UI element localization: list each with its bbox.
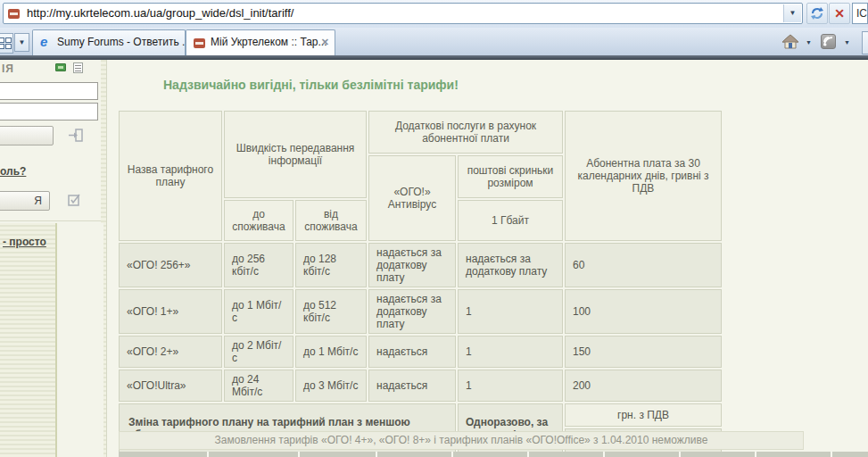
rss-icon bbox=[822, 35, 835, 48]
ukrtelecom-favicon-icon bbox=[8, 9, 20, 19]
url-text[interactable]: http://my.ukrtelecom.ua/ua/group_wide/ds… bbox=[27, 4, 293, 23]
speed-up: до 3 Мбіт/с bbox=[295, 370, 367, 402]
header-name: Назва тарифного плану bbox=[119, 111, 222, 241]
header-extra-services: Додаткові послуги в рахунок абонентної п… bbox=[368, 111, 563, 154]
home-icon bbox=[781, 34, 799, 50]
browser-window: http://my.ukrtelecom.ua/ua/group_wide/ds… bbox=[0, 0, 868, 457]
list-icon bbox=[73, 62, 83, 73]
speed-up: до 512 кбіт/с bbox=[295, 289, 367, 334]
tab-ukrtelecom[interactable]: Мій Укртелеком :: Тар... ✕ bbox=[186, 29, 335, 55]
register-check-icon bbox=[68, 194, 81, 210]
antivirus: надається за додаткову плату bbox=[368, 243, 456, 287]
tab-title: Мій Укртелеком :: Тар... bbox=[211, 30, 327, 54]
change-plan-unit: грн. з ПДВ bbox=[565, 403, 722, 427]
header-antivirus: «ОГО!» Антивірус bbox=[368, 155, 456, 241]
toolbar-edge-button[interactable] bbox=[862, 31, 868, 54]
table-row: «ОГО! 2+» до 2 Мбіт/с до 1 Мбіт/с надаєт… bbox=[119, 336, 722, 368]
speed-down: до 256 кбіт/с bbox=[224, 243, 293, 287]
fee: 100 bbox=[565, 289, 722, 334]
plan-name: «ОГО! 256+» bbox=[119, 243, 222, 287]
speed-up: до 1 Мбіт/с bbox=[295, 336, 367, 368]
forgot-password-link[interactable]: оль? bbox=[0, 165, 26, 178]
table-row: «ОГО! 256+» до 256 кбіт/с до 128 кбіт/с … bbox=[119, 243, 722, 287]
plan-name: «ОГО! 1+» bbox=[119, 289, 222, 334]
browser-toolbar: http://my.ukrtelecom.ua/ua/group_wide/ds… bbox=[0, 0, 868, 29]
cutoff-table-strip bbox=[119, 452, 868, 457]
search-box[interactable]: IC bbox=[852, 3, 868, 24]
quick-tabs-icon bbox=[0, 37, 11, 48]
page-title: Надзвичайно вигідні, тільки безлімітні т… bbox=[163, 78, 459, 92]
address-dropdown-button[interactable]: ▼ bbox=[783, 4, 801, 22]
tab-list-dropdown-button[interactable]: ▼ bbox=[14, 33, 29, 52]
antivirus: надається bbox=[368, 336, 456, 368]
header-speed: Швидкість передавання інформації bbox=[224, 111, 367, 198]
mailbox: 1 bbox=[458, 336, 563, 368]
tariff-table: Назва тарифного плану Швидкість передава… bbox=[117, 109, 723, 454]
login-heading: ІЯ bbox=[2, 62, 14, 75]
password-input[interactable] bbox=[0, 103, 98, 120]
quick-tabs-button[interactable] bbox=[0, 33, 13, 54]
feeds-dropdown-icon[interactable]: ▼ bbox=[844, 39, 850, 46]
register-button[interactable]: Я bbox=[0, 191, 50, 211]
header-mailbox-size: 1 Гбайт bbox=[458, 200, 563, 241]
table-row: «ОГО! 1+» до 1 Мбіт/с до 512 кбіт/с нада… bbox=[119, 289, 722, 334]
plan-name: «ОГО! 2+» bbox=[119, 336, 222, 368]
internet-explorer-icon: e bbox=[40, 34, 47, 49]
refresh-button[interactable] bbox=[806, 3, 828, 24]
table-row: «ОГО!Ultra» до 24 Мбіт/с до 3 Мбіт/с над… bbox=[119, 370, 722, 402]
fee: 200 bbox=[565, 370, 722, 402]
availability-note: Замовлення тарифів «ОГО! 4+», «ОГО! 8+» … bbox=[119, 431, 804, 450]
plan-name: «ОГО!Ultra» bbox=[119, 370, 222, 402]
home-button[interactable] bbox=[781, 34, 799, 54]
antivirus: надається bbox=[368, 370, 456, 402]
tab-close-icon[interactable]: ✕ bbox=[321, 30, 329, 54]
search-box-text: IC bbox=[856, 7, 867, 20]
mailbox: 1 bbox=[458, 370, 563, 402]
address-bar[interactable]: http://my.ukrtelecom.ua/ua/group_wide/ds… bbox=[3, 3, 803, 24]
speed-down: до 2 Мбіт/с bbox=[224, 336, 293, 368]
tab-title: Sumy Forums - Ответить ... bbox=[57, 30, 186, 54]
header-mailbox: поштові скриньки розміром bbox=[458, 155, 563, 198]
register-info-link[interactable]: - просто bbox=[3, 236, 46, 248]
login-input[interactable] bbox=[0, 82, 98, 100]
speed-up: до 128 кбіт/с bbox=[295, 243, 367, 287]
login-arrow-icon bbox=[68, 129, 83, 145]
ukrtelecom-favicon-icon bbox=[194, 38, 205, 48]
antivirus: надається за додаткову плату bbox=[368, 289, 456, 334]
login-panel: ІЯ оль? Я bbox=[0, 60, 101, 223]
home-dropdown-icon[interactable]: ▼ bbox=[806, 39, 812, 46]
sidebar-lower-column bbox=[55, 223, 103, 457]
feeds-button[interactable] bbox=[821, 34, 836, 49]
refresh-icon bbox=[810, 6, 824, 21]
speed-down: до 24 Мбіт/с bbox=[224, 370, 293, 402]
header-fee: Абонентна плата за 30 календарних днів, … bbox=[565, 111, 722, 241]
status-badge-icon bbox=[55, 63, 66, 71]
fee: 60 bbox=[565, 243, 722, 287]
login-button[interactable] bbox=[0, 126, 54, 145]
sidebar: ІЯ оль? Я bbox=[0, 60, 107, 457]
mailbox: 1 bbox=[458, 289, 563, 334]
speed-down: до 1 Мбіт/с bbox=[224, 289, 293, 334]
stop-button[interactable]: ✕ bbox=[829, 3, 850, 24]
table-row-change: Зміна тарифного плану на тарифний план з… bbox=[119, 403, 722, 427]
tab-bar: ▼ e Sumy Forums - Ответить ... Мій Укрте… bbox=[0, 28, 868, 55]
header-speed-up: від споживача bbox=[295, 200, 367, 241]
sidebar-divider bbox=[0, 220, 101, 221]
mailbox: надається за додаткову плату bbox=[458, 243, 563, 287]
header-speed-down: до споживача bbox=[224, 200, 293, 241]
fee: 150 bbox=[565, 336, 722, 368]
page-content: ІЯ оль? Я bbox=[0, 60, 868, 457]
main-area: Надзвичайно вигідні, тільки безлімітні т… bbox=[107, 60, 868, 457]
stop-icon: ✕ bbox=[834, 6, 845, 21]
tab-sumy-forums[interactable]: e Sumy Forums - Ответить ... bbox=[32, 29, 186, 55]
